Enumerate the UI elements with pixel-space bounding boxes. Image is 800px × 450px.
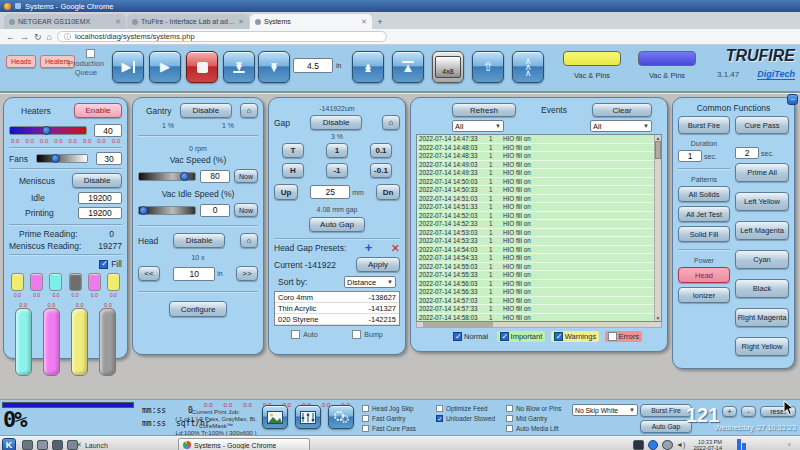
tray-expand-icon[interactable]: ‹	[788, 440, 791, 449]
scrollbar-thumb[interactable]	[423, 322, 493, 327]
gap-disable-button[interactable]: Disable	[310, 115, 362, 130]
event-row[interactable]: 2022-07-14 14:52:03 1 HIO fill on	[417, 212, 654, 221]
head-disable-button[interactable]: Disable	[173, 233, 225, 248]
vac-speed-now-button[interactable]: Now	[234, 169, 258, 183]
refresh-events-button[interactable]: Refresh	[452, 103, 516, 117]
event-row[interactable]: 2022-07-14 14:54:03 1 HIO fill on	[417, 246, 654, 255]
status-checkbox-item[interactable]: Unloader Stowed	[436, 414, 495, 422]
event-filter[interactable]: Errors	[605, 331, 642, 342]
event-row[interactable]: 2022-07-14 14:50:33 1 HIO fill on	[417, 186, 654, 195]
taskbar-app-icon[interactable]	[37, 440, 48, 450]
status-checkbox-item[interactable]: Fast Cure Pass	[362, 424, 416, 432]
tray-display-icon[interactable]	[633, 440, 644, 450]
event-row[interactable]: 2022-07-14 14:55:03 1 HIO fill on	[417, 263, 654, 272]
status-checkbox-item[interactable]: Mid Gantry	[506, 414, 561, 422]
ink-swatch[interactable]: 0.0	[69, 273, 82, 298]
production-queue-checkbox[interactable]	[86, 49, 95, 58]
counter-plus-button[interactable]: +	[722, 406, 737, 417]
close-tab-icon[interactable]: ✕	[361, 18, 367, 26]
tray-volume-icon[interactable]: ◄)	[676, 441, 685, 448]
vac-pins-yellow-indicator[interactable]	[563, 51, 621, 66]
feed-down-to-limit-button[interactable]: ▼▼	[223, 51, 255, 83]
settings-button[interactable]	[328, 405, 354, 429]
tray-teamviewer-icon[interactable]	[648, 440, 658, 450]
ink-swatch[interactable]: 0.0	[107, 273, 120, 298]
taskbar-app-icon[interactable]	[22, 440, 33, 450]
event-filter-checkbox[interactable]	[453, 332, 462, 341]
taskbar-chrome-task[interactable]: Systems - Google Chrome	[178, 438, 310, 450]
gap-top-button[interactable]: T	[282, 143, 304, 158]
delete-preset-icon[interactable]: ✕	[391, 243, 400, 253]
cure-duration-input[interactable]: 2	[735, 147, 759, 159]
gap-up-button[interactable]: Up	[274, 184, 298, 200]
preset-auto-checkbox[interactable]	[291, 330, 300, 339]
apply-preset-button[interactable]: Apply	[356, 257, 400, 272]
events-list[interactable]: ▲ ▼ 2022-07-14 14:47:33 1 HIO fill on 20…	[416, 134, 662, 322]
back-icon[interactable]: ←	[6, 32, 15, 42]
jog-back-button[interactable]: <<	[138, 266, 160, 281]
skip-to-end-button[interactable]: ▶	[112, 51, 144, 83]
play-button[interactable]: ▶	[149, 51, 181, 83]
preset-row[interactable]: Thin Acrylic -141327	[275, 303, 399, 314]
printing-value[interactable]: 19200	[78, 207, 122, 219]
url-field[interactable]: ⓘ localhost/diag/systems/systems.php	[57, 31, 387, 42]
events-vertical-scrollbar[interactable]: ▲ ▼	[654, 135, 661, 321]
event-row[interactable]: 2022-07-14 14:51:03 1 HIO fill on	[417, 195, 654, 204]
site-info-icon[interactable]: ⓘ	[64, 32, 71, 42]
heater-temp-value[interactable]: 40	[94, 124, 122, 137]
close-tab-icon[interactable]: ✕	[115, 18, 121, 26]
all-solids-button[interactable]: All Solids	[678, 186, 730, 202]
head-home-button[interactable]: ⌂	[240, 233, 258, 248]
gap-plus1-button[interactable]: 1	[326, 143, 348, 158]
event-row[interactable]: 2022-07-14 14:51:33 1 HIO fill on	[417, 203, 654, 212]
gap-plus01-button[interactable]: 0.1	[370, 143, 392, 158]
ink-swatch[interactable]: 0.0	[11, 273, 24, 298]
home-icon[interactable]: ⌂	[47, 32, 52, 42]
event-row[interactable]: 2022-07-14 14:52:33 1 HIO fill on	[417, 220, 654, 229]
vac-idle-slider[interactable]	[138, 206, 196, 215]
event-row[interactable]: 2022-07-14 14:49:33 1 HIO fill on	[417, 169, 654, 178]
counter-minus-button[interactable]: -	[741, 406, 756, 417]
bed-size-button[interactable]: 4x8	[432, 51, 464, 83]
events-horizontal-scrollbar[interactable]	[416, 322, 662, 328]
feed-up-fast-button[interactable]: ▲▲	[352, 51, 384, 83]
feed-down-fast-button[interactable]: ▼▼	[258, 51, 290, 83]
event-row[interactable]: 2022-07-14 14:57:03 1 HIO fill on	[417, 297, 654, 306]
preset-row[interactable]: 020 Styrene -142215	[275, 314, 399, 325]
vac-idle-value[interactable]: 0	[200, 204, 230, 217]
event-row[interactable]: 2022-07-14 14:50:03 1 HIO fill on	[417, 178, 654, 187]
gap-minus01-button[interactable]: -0.1	[370, 163, 392, 178]
tray-clock[interactable]: 10:33 PM 2022-07-14	[688, 439, 722, 450]
left-magenta-button[interactable]: Left Magenta	[735, 221, 789, 240]
right-yellow-button[interactable]: Right Yellow	[735, 337, 789, 356]
event-row[interactable]: 2022-07-14 14:48:03 1 HIO fill on	[417, 144, 654, 153]
event-row[interactable]: 2022-07-14 14:56:33 1 HIO fill on	[417, 288, 654, 297]
head-power-button[interactable]: Head	[678, 267, 730, 283]
prime-all-button[interactable]: Prime All	[735, 163, 789, 182]
solid-fill-button[interactable]: Solid Fill	[678, 226, 730, 242]
tab-systems[interactable]: Systems ✕	[250, 14, 372, 29]
launch-button[interactable]: ✕ Launch	[76, 441, 108, 449]
event-row[interactable]: 2022-07-14 14:53:33 1 HIO fill on	[417, 237, 654, 246]
gap-home-pos-button[interactable]: H	[282, 163, 304, 178]
event-filter[interactable]: Normal	[450, 331, 491, 342]
add-preset-icon[interactable]: +	[365, 243, 373, 253]
reload-icon[interactable]: ↻	[34, 32, 42, 42]
fill-checkbox[interactable]	[99, 260, 108, 269]
preset-row[interactable]: Coro 4mm -138627	[275, 292, 399, 303]
fans-value[interactable]: 30	[96, 152, 122, 165]
heads-button[interactable]: Heads	[6, 55, 36, 68]
vac-idle-now-button[interactable]: Now	[234, 203, 258, 217]
vac-speed-slider[interactable]	[138, 172, 196, 181]
tray-status-icon[interactable]	[662, 440, 673, 450]
window-titlebar[interactable]: Systems - Google Chrome	[0, 0, 800, 12]
idle-value[interactable]: 19200	[78, 192, 122, 204]
preview-image-button[interactable]	[262, 405, 288, 429]
feed-distance-input[interactable]: 4.5	[293, 58, 333, 73]
event-row[interactable]: 2022-07-14 14:58:03 1 HIO fill on	[417, 314, 654, 323]
vac-pins-blue-indicator[interactable]	[638, 51, 696, 66]
jog-forward-button[interactable]: >>	[236, 266, 258, 281]
gantry-disable-button[interactable]: Disable	[180, 103, 232, 118]
burst-fire-button[interactable]: Burst Fire	[678, 116, 730, 134]
ionizer-button[interactable]: Ionizer	[678, 287, 730, 303]
